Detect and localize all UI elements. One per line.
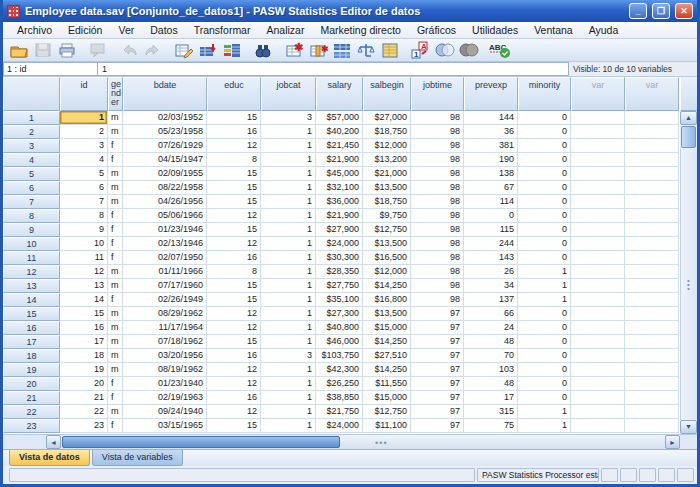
cell-jobcat-row20[interactable]: 1 (261, 377, 316, 391)
cell-prevexp-row12[interactable]: 26 (464, 265, 518, 279)
cell-jobtime-row17[interactable]: 97 (411, 335, 464, 349)
cell-jobcat-row23[interactable]: 1 (261, 419, 316, 433)
cell-educ-row11[interactable]: 16 (207, 251, 261, 265)
cell-jobcat-row16[interactable]: 1 (261, 321, 316, 335)
cell-salbegin-row1[interactable]: $27,000 (363, 111, 411, 125)
cell-salbegin-row8[interactable]: $9,750 (363, 209, 411, 223)
cell-var1-row4[interactable] (571, 153, 625, 167)
menu-marketing-directo[interactable]: Marketing directo (312, 23, 409, 38)
cell-id-row10[interactable]: 10 (60, 237, 108, 251)
tab-vista-de-variables[interactable]: Vista de variables (92, 450, 183, 466)
cell-gender-row13[interactable]: m (108, 279, 123, 293)
menu-ayuda[interactable]: Ayuda (581, 23, 627, 38)
cell-id-row5[interactable]: 5 (60, 167, 108, 181)
cell-jobtime-row15[interactable]: 97 (411, 307, 464, 321)
cell-salary-row13[interactable]: $27,750 (316, 279, 363, 293)
row-header-5[interactable]: 5 (3, 167, 60, 181)
column-header-minority[interactable]: minority (518, 77, 571, 111)
cell-var1-row22[interactable] (571, 405, 625, 419)
column-header-prevexp[interactable]: prevexp (464, 77, 518, 111)
cell-salary-row22[interactable]: $21,750 (316, 405, 363, 419)
cell-id-row22[interactable]: 22 (60, 405, 108, 419)
cell-gender-row21[interactable]: f (108, 391, 123, 405)
cell-salary-row2[interactable]: $40,200 (316, 125, 363, 139)
cell-educ-row12[interactable]: 8 (207, 265, 261, 279)
cell-gender-row10[interactable]: f (108, 237, 123, 251)
cell-educ-row8[interactable]: 12 (207, 209, 261, 223)
select-cases-icon[interactable] (378, 40, 402, 61)
cell-gender-row9[interactable]: f (108, 223, 123, 237)
row-header-20[interactable]: 20 (3, 377, 60, 391)
cell-salary-row7[interactable]: $36,000 (316, 195, 363, 209)
pane-splitter-handle-horizontal[interactable]: ••• (375, 438, 387, 448)
cell-bdate-row23[interactable]: 03/15/1965 (123, 419, 207, 433)
menu-datos[interactable]: Datos (142, 23, 185, 38)
row-header-21[interactable]: 21 (3, 391, 60, 405)
cell-bdate-row17[interactable]: 07/18/1962 (123, 335, 207, 349)
cell-educ-row4[interactable]: 8 (207, 153, 261, 167)
cell-minority-row5[interactable]: 0 (518, 167, 571, 181)
variables-icon[interactable] (220, 40, 244, 61)
cell-educ-row19[interactable]: 12 (207, 363, 261, 377)
menu-transformar[interactable]: Transformar (186, 23, 259, 38)
cell-salbegin-row16[interactable]: $15,000 (363, 321, 411, 335)
cell-minority-row13[interactable]: 1 (518, 279, 571, 293)
cell-var1-row21[interactable] (571, 391, 625, 405)
cell-jobcat-row6[interactable]: 1 (261, 181, 316, 195)
value-labels-icon[interactable]: 1A (409, 40, 433, 61)
cell-jobcat-row2[interactable]: 1 (261, 125, 316, 139)
cell-gender-row2[interactable]: m (108, 125, 123, 139)
cell-salbegin-row11[interactable]: $16,500 (363, 251, 411, 265)
cell-jobtime-row22[interactable]: 97 (411, 405, 464, 419)
cell-id-row23[interactable]: 23 (60, 419, 108, 433)
cell-jobcat-row19[interactable]: 1 (261, 363, 316, 377)
column-header-id[interactable]: id (60, 77, 108, 111)
cell-var1-row11[interactable] (571, 251, 625, 265)
cell-jobtime-row21[interactable]: 97 (411, 391, 464, 405)
cell-bdate-row15[interactable]: 08/29/1962 (123, 307, 207, 321)
cell-educ-row22[interactable]: 12 (207, 405, 261, 419)
scroll-left-button[interactable]: ◄ (46, 435, 61, 449)
cell-jobcat-row13[interactable]: 1 (261, 279, 316, 293)
row-header-15[interactable]: 15 (3, 307, 60, 321)
cell-var2-row9[interactable] (625, 223, 679, 237)
cell-salbegin-row6[interactable]: $13,500 (363, 181, 411, 195)
cell-bdate-row12[interactable]: 01/11/1966 (123, 265, 207, 279)
cell-gender-row1[interactable]: m (108, 111, 123, 125)
cell-id-row3[interactable]: 3 (60, 139, 108, 153)
cell-prevexp-row18[interactable]: 70 (464, 349, 518, 363)
cell-educ-row3[interactable]: 12 (207, 139, 261, 153)
cell-var1-row9[interactable] (571, 223, 625, 237)
cell-jobtime-row5[interactable]: 98 (411, 167, 464, 181)
print-icon[interactable] (55, 40, 79, 61)
cell-educ-row17[interactable]: 15 (207, 335, 261, 349)
cell-salbegin-row18[interactable]: $27,510 (363, 349, 411, 363)
cell-salbegin-row17[interactable]: $14,250 (363, 335, 411, 349)
cell-id-row1[interactable]: 1 (60, 111, 108, 125)
cell-jobtime-row6[interactable]: 98 (411, 181, 464, 195)
cell-jobtime-row18[interactable]: 97 (411, 349, 464, 363)
scroll-up-button[interactable]: ▲ (680, 111, 697, 125)
cell-id-row21[interactable]: 21 (60, 391, 108, 405)
cell-var1-row17[interactable] (571, 335, 625, 349)
cell-educ-row23[interactable]: 15 (207, 419, 261, 433)
cell-salary-row5[interactable]: $45,000 (316, 167, 363, 181)
cell-jobtime-row19[interactable]: 97 (411, 363, 464, 377)
cell-jobtime-row4[interactable]: 98 (411, 153, 464, 167)
goto-case-icon[interactable] (172, 40, 196, 61)
cell-bdate-row4[interactable]: 04/15/1947 (123, 153, 207, 167)
cell-minority-row22[interactable]: 1 (518, 405, 571, 419)
cell-minority-row15[interactable]: 0 (518, 307, 571, 321)
cell-minority-row9[interactable]: 0 (518, 223, 571, 237)
column-header-salbegin[interactable]: salbegin (363, 77, 411, 111)
weight-cases-icon[interactable] (354, 40, 378, 61)
cell-var2-row14[interactable] (625, 293, 679, 307)
cell-prevexp-row17[interactable]: 48 (464, 335, 518, 349)
cell-educ-row5[interactable]: 15 (207, 167, 261, 181)
cell-bdate-row8[interactable]: 05/06/1966 (123, 209, 207, 223)
row-header-12[interactable]: 12 (3, 265, 60, 279)
row-header-3[interactable]: 3 (3, 139, 60, 153)
cell-minority-row7[interactable]: 0 (518, 195, 571, 209)
cell-educ-row1[interactable]: 15 (207, 111, 261, 125)
cell-id-row7[interactable]: 7 (60, 195, 108, 209)
